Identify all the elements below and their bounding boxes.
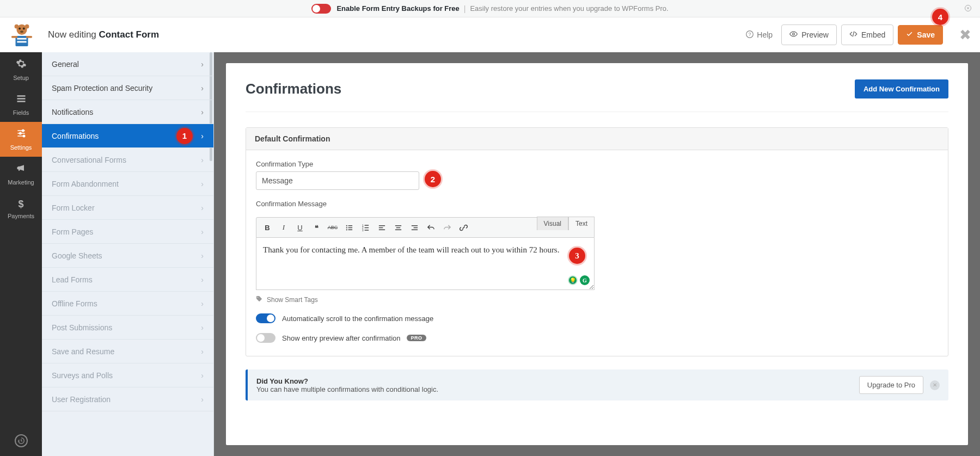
svg-point-16: [22, 130, 23, 131]
settings-label: Form Abandonment: [52, 180, 119, 188]
entry-preview-toggle[interactable]: [256, 333, 275, 343]
grammarly-badges: 💡 G: [568, 275, 590, 285]
settings-item-saveresume[interactable]: Save and Resume›: [42, 340, 213, 363]
nav-settings-label: Settings: [10, 144, 32, 151]
svg-rect-26: [364, 225, 369, 226]
svg-rect-24: [348, 229, 352, 230]
settings-label: Conversational Forms: [52, 156, 126, 164]
chevron-right-icon: ›: [201, 371, 204, 380]
settings-label: Google Sheets: [52, 251, 102, 260]
content-area: Confirmations Add New Confirmation Defau…: [214, 52, 980, 456]
strikethrough-icon[interactable]: ABC: [326, 221, 339, 234]
svg-point-17: [19, 132, 21, 134]
settings-item-notifications[interactable]: Notifications›: [42, 100, 213, 124]
dyk-close-icon[interactable]: ✕: [930, 380, 940, 390]
svg-point-3: [23, 28, 25, 30]
autoscroll-toggle[interactable]: [256, 313, 275, 323]
settings-item-surveys[interactable]: Surveys and Polls›: [42, 363, 213, 387]
settings-item-confirmations[interactable]: Confirmations 1 ›: [42, 124, 213, 148]
confirmation-header[interactable]: Default Confirmation: [246, 128, 948, 150]
settings-item-locker[interactable]: Form Locker›: [42, 196, 213, 220]
nav-payments-label: Payments: [8, 213, 34, 219]
confirmation-type-label: Confirmation Type: [256, 160, 938, 168]
chevron-right-icon: ›: [201, 299, 204, 308]
upgrade-pro-button[interactable]: Upgrade to Pro: [859, 376, 923, 394]
align-left-icon[interactable]: [375, 221, 388, 234]
confirmation-body: Confirmation Type 2 Confirmation Message…: [246, 150, 948, 356]
embed-button[interactable]: Embed: [841, 24, 893, 45]
grammarly-bulb-icon[interactable]: 💡: [568, 275, 578, 285]
settings-item-gsheets[interactable]: Google Sheets›: [42, 244, 213, 268]
settings-label: Spam Protection and Security: [52, 84, 152, 93]
nav-marketing[interactable]: Marketing: [0, 157, 42, 192]
editor-tab-text[interactable]: Text: [568, 217, 595, 230]
nav-settings[interactable]: Settings: [0, 122, 42, 157]
settings-label: Notifications: [52, 108, 93, 116]
svg-rect-8: [17, 38, 26, 40]
settings-item-pages[interactable]: Form Pages›: [42, 220, 213, 244]
nav-fields-label: Fields: [13, 109, 29, 116]
editor-tab-visual[interactable]: Visual: [537, 217, 568, 230]
nav-payments[interactable]: $ Payments: [0, 192, 42, 226]
eye-icon: [789, 30, 798, 40]
link-icon[interactable]: [457, 221, 470, 234]
promo-bar: Enable Form Entry Backups for Free | Eas…: [0, 0, 980, 17]
svg-rect-13: [17, 95, 25, 97]
help-label: Help: [757, 30, 773, 39]
close-builder-icon[interactable]: ✖: [959, 27, 971, 44]
undo-icon[interactable]: [424, 221, 437, 234]
settings-item-leads[interactable]: Lead Forms›: [42, 268, 213, 292]
chevron-right-icon: ›: [201, 132, 204, 140]
italic-icon[interactable]: I: [277, 221, 290, 234]
underline-icon[interactable]: U: [293, 221, 307, 234]
chevron-right-icon: ›: [201, 395, 204, 404]
numbered-list-icon[interactable]: 123: [359, 221, 372, 234]
svg-text:3: 3: [362, 229, 363, 232]
save-button[interactable]: Save: [898, 25, 943, 45]
quote-icon[interactable]: ❝: [310, 221, 323, 234]
settings-item-general[interactable]: General›: [42, 52, 213, 76]
promo-separator: |: [464, 4, 466, 13]
editor-content-area[interactable]: Thank you for contacting me. A member of…: [256, 238, 595, 290]
callout-badge-2: 2: [425, 171, 441, 187]
settings-item-conversational[interactable]: Conversational Forms›: [42, 148, 213, 172]
settings-item-userreg[interactable]: User Registration›: [42, 387, 213, 411]
header-title: Now editing Contact Form: [48, 29, 159, 40]
editor-tabs: Visual Text: [537, 217, 595, 230]
settings-item-abandonment[interactable]: Form Abandonment›: [42, 172, 213, 196]
settings-item-offline[interactable]: Offline Forms›: [42, 292, 213, 316]
nav-fields[interactable]: Fields: [0, 87, 42, 122]
grammarly-g-icon[interactable]: G: [580, 275, 590, 285]
help-link[interactable]: ? Help: [746, 30, 773, 40]
tag-icon: [256, 295, 262, 304]
align-right-icon[interactable]: [408, 221, 421, 234]
settings-label: User Registration: [52, 395, 111, 404]
svg-point-6: [25, 24, 29, 29]
show-smart-tags[interactable]: Show Smart Tags: [256, 295, 938, 304]
svg-rect-15: [17, 101, 25, 102]
pro-badge: PRO: [407, 335, 426, 341]
nav-history[interactable]: [0, 426, 42, 456]
bold-icon[interactable]: B: [261, 221, 274, 234]
check-icon: [906, 30, 913, 39]
svg-rect-9: [17, 41, 26, 43]
confirmation-type-select[interactable]: [256, 171, 419, 190]
add-confirmation-button[interactable]: Add New Confirmation: [855, 79, 948, 98]
redo-icon[interactable]: [440, 221, 454, 234]
callout-badge-1: 1: [176, 128, 193, 144]
settings-item-spam[interactable]: Spam Protection and Security›: [42, 76, 213, 100]
preview-label: Preview: [801, 30, 829, 39]
richtext-editor: Visual Text B I U ❝ ABC 123: [256, 217, 595, 290]
entry-preview-label: Show entry preview after confirmation: [282, 334, 400, 342]
callout-1-wrap: 1: [176, 128, 193, 144]
bullet-list-icon[interactable]: [342, 221, 356, 234]
nav-setup[interactable]: Setup: [0, 52, 42, 87]
save-label: Save: [917, 30, 935, 39]
preview-button[interactable]: Preview: [781, 24, 837, 45]
settings-label: Form Locker: [52, 204, 95, 212]
list-icon: [16, 93, 27, 107]
promo-close-icon[interactable]: [965, 4, 971, 13]
settings-item-postsub[interactable]: Post Submissions›: [42, 316, 213, 340]
promo-toggle[interactable]: [311, 4, 331, 14]
align-center-icon[interactable]: [391, 221, 405, 234]
